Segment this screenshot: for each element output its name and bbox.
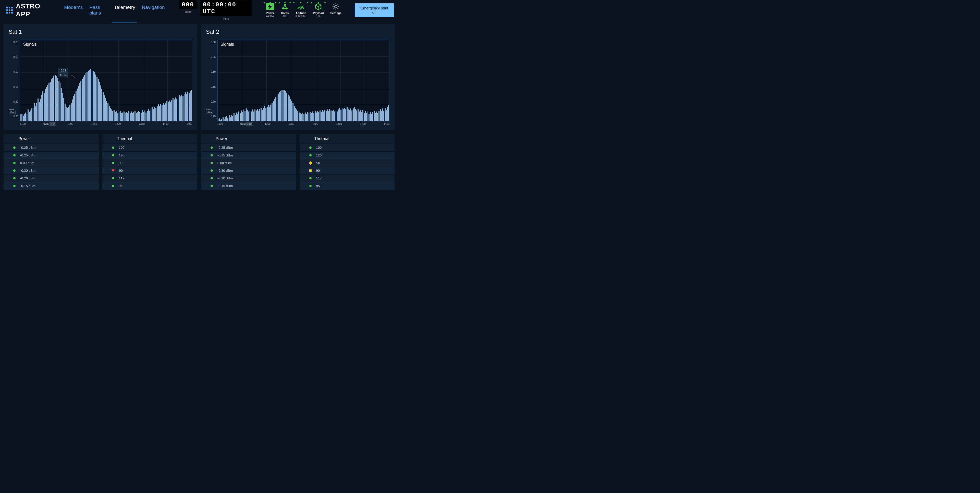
nav-item-modems[interactable]: Modems [64,5,83,22]
chart-plot-area[interactable]: Signals -0.111155 [20,40,192,121]
brand-logo-icon [6,7,13,14]
row-value: 0.00 dBm [218,161,232,165]
status-ok-icon [112,154,115,156]
table-row[interactable]: 117 [102,174,197,182]
table-row[interactable]: -0.25 dBm [201,151,296,159]
brand: ASTRO APP [6,2,54,18]
row-value: 95 [119,184,123,188]
monitor-settings[interactable]: Settings [329,3,342,17]
status-ok-icon [309,154,312,156]
table-row[interactable]: -0.25 dBm [201,144,296,151]
chart-x-axis: 11001150120012501300135014001450 FREQ mH… [20,122,192,125]
row-value: -0.25 dBm [20,146,35,149]
svg-line-21 [337,4,338,5]
monitor-sub: 44dBW [266,15,274,17]
emergency-shutoff-button[interactable]: Emergency shut off [355,3,394,17]
table-row[interactable]: 90 [102,167,197,174]
svg-line-4 [283,6,285,8]
monitor-sub: OK [283,15,286,17]
status-ok-icon [13,162,16,164]
signals-chart: 0.00-0.05-0.10-0.15-0.20-0.25 PWR dBm Si… [206,40,390,121]
status-ok-icon [309,185,312,187]
chart-tooltip: 1155 [58,73,68,77]
monitor-label: Payload [313,11,324,14]
signals-chart: 0.00-0.05-0.10-0.15-0.20-0.25 PWR dBm Si… [9,40,192,121]
row-value: -0.30 dBm [218,169,233,172]
thermal-table: Thermal 100120909011795 [102,134,197,189]
row-value: 0.00 dBm [20,161,35,165]
row-value: 100 [316,146,322,149]
row-value: 117 [119,177,124,180]
table-row[interactable]: 100 [300,144,395,151]
payload-icon [314,3,322,10]
monitor-coms[interactable]: ComsOK [280,3,290,17]
table-row[interactable]: 120 [300,151,395,159]
gear-icon [332,3,340,10]
table-row[interactable]: 90 [300,159,395,167]
table-row[interactable]: 95 [300,182,395,189]
status-ok-icon [309,177,312,180]
sat-column-1: Sat 1 0.00-0.05-0.10-0.15-0.20-0.25 PWR … [3,24,197,197]
monitor-power[interactable]: Power44dBW [265,3,275,17]
row-value: 90 [119,161,123,165]
status-alert-icon [111,169,115,172]
sat-title: Sat 2 [206,29,390,35]
row-value: -0.25 dBm [20,153,35,157]
power-table: Power -0.25 dBm-0.25 dBm0.00 dBm-0.30 dB… [3,134,99,189]
status-ok-icon [210,185,213,187]
monitor-payload[interactable]: PayloadOK [312,3,325,17]
nav-item-telemetry[interactable]: Telemetry [114,5,135,22]
status-ok-icon [210,146,213,149]
status-warning-icon [309,161,312,165]
svg-point-13 [334,5,337,8]
status-ok-icon [13,169,16,172]
chart-y-axis: 0.00-0.05-0.10-0.15-0.20-0.25 PWR dBm [9,40,20,121]
table-row[interactable]: -0.20 dBm [3,174,99,182]
chart-plot-area[interactable]: Signals [217,40,390,121]
monitor-sub: OK [317,15,320,17]
table-row[interactable]: -0.30 dBm [3,167,99,174]
monitor-label: Settings [330,11,341,14]
status-ok-icon [13,177,16,180]
table-header: Thermal [300,134,395,144]
table-row[interactable]: 0.00 dBm [3,159,99,167]
table-row[interactable]: 117 [300,174,395,182]
table-row[interactable]: 90 [300,167,395,174]
row-value: -0.30 dBm [20,169,35,172]
table-row[interactable]: -0.30 dBm [201,167,296,174]
nav-item-navigation[interactable]: Navigation [142,5,165,22]
table-header: Power [201,134,296,144]
status-ok-icon [112,146,115,149]
clock-date-value: 000 [179,0,197,9]
row-value: 90 [317,161,320,165]
row-value: -0.25 dBm [218,146,233,149]
table-row[interactable]: 0.00 dBm [201,159,296,167]
table-row[interactable]: -0.15 dBm [3,182,99,189]
coms-icon [281,3,289,10]
table-row[interactable]: 100 [102,144,197,151]
main-content: Sat 1 0.00-0.05-0.10-0.15-0.20-0.25 PWR … [0,21,398,200]
row-value: 100 [119,146,124,149]
svg-line-20 [334,8,334,9]
status-ok-icon [210,169,213,172]
svg-point-8 [300,8,301,10]
table-row[interactable]: -0.20 dBm [201,174,296,182]
table-row[interactable]: 90 [102,159,197,167]
svg-line-18 [334,4,334,5]
status-ok-icon [13,154,16,156]
clock: 000 Date 00:00:00 UTC Time [179,0,251,20]
monitor-altitude[interactable]: Altitude35800Km [294,3,307,17]
row-value: -0.20 dBm [20,177,35,180]
status-monitors: Power44dBWComsOKAltitude35800KmPayloadOK… [265,3,342,17]
row-value: -0.20 dBm [218,177,233,180]
table-row[interactable]: -0.25 dBm [3,144,99,151]
sat-panel: Sat 2 0.00-0.05-0.10-0.15-0.20-0.25 PWR … [201,24,395,130]
main-nav: ModemsPass plansTelemetryNavigation [64,5,165,16]
table-row[interactable]: 95 [102,182,197,189]
status-ok-icon [210,154,213,156]
sat-panel: Sat 1 0.00-0.05-0.10-0.15-0.20-0.25 PWR … [3,24,197,130]
table-row[interactable]: -0.15 dBm [201,182,296,189]
table-row[interactable]: -0.25 dBm [3,151,99,159]
table-row[interactable]: 120 [102,151,197,159]
nav-item-pass-plans[interactable]: Pass plans [89,5,107,22]
